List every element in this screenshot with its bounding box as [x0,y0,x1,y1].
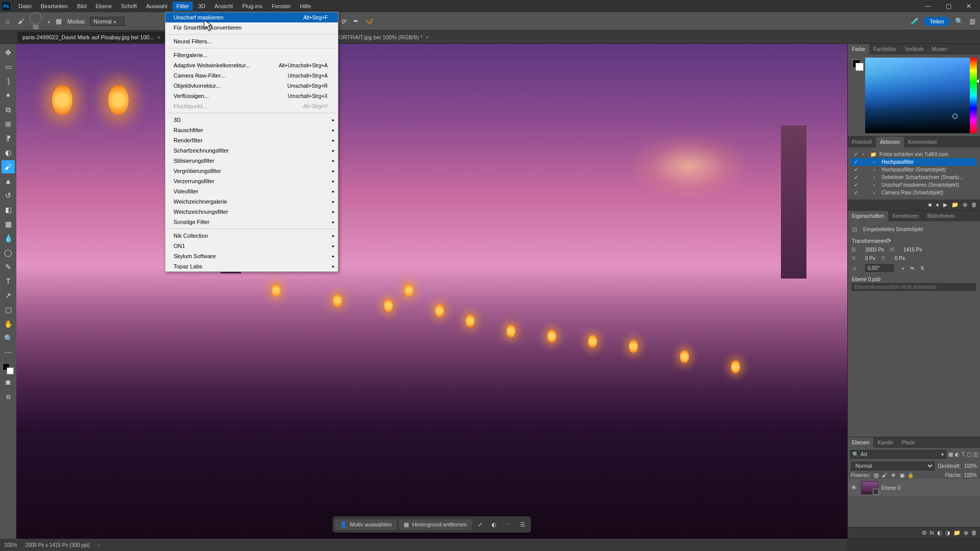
home-icon[interactable]: ⌂ [3,17,12,26]
panel-tab-verläufe[interactable]: Verläufe [901,44,928,55]
panel-tab-kanäle[interactable]: Kanäle [873,437,897,448]
action-item[interactable]: ✓▸Hochpassfilter (Smartobjekt) [851,166,977,173]
brush-tool[interactable]: 🖌 [2,160,15,173]
menu-item[interactable]: Scharfzeichnungsfilter [165,145,338,156]
maximize-button[interactable]: ▢ [939,1,958,12]
panel-tab-aktionen[interactable]: Aktionen [876,137,904,147]
filter-type-icon[interactable]: T [962,452,965,457]
visibility-icon[interactable]: 👁 [851,484,858,491]
panel-tab-muster[interactable]: Muster [927,44,951,55]
close-button[interactable]: ✕ [960,1,978,12]
menu-item[interactable]: Videofilter [165,186,338,196]
x-value[interactable]: 0 Px [865,256,875,261]
search-icon[interactable]: 🔍 [954,17,964,26]
brush-settings-icon[interactable]: ▦ [54,17,63,26]
panel-tab-kommentare[interactable]: Kommentare [904,137,941,147]
document-tab[interactable]: paris-2499022_David Mark auf Pixabay.jpg… [17,32,165,43]
new-set-icon[interactable]: 📁 [951,202,959,208]
menu-ansicht[interactable]: Ansicht [210,2,237,11]
group-icon[interactable]: 📁 [953,530,961,536]
menu-item[interactable]: Für Smartfilter konvertieren [165,22,338,33]
action-set[interactable]: ✓▾📁Fotos schärfen von TutKit.com [851,151,977,158]
record-icon[interactable]: ● [936,202,939,208]
quickmask-tool[interactable]: ◙ [2,375,15,389]
layer-comp-select[interactable] [852,283,976,291]
action-item[interactable]: ✓▸Unscharf maskieren (Smartobjekt) [851,181,977,189]
status-arrow-icon[interactable]: › [98,542,100,548]
screenmode-tool[interactable]: ⧈ [2,390,15,403]
lock-transparency-icon[interactable]: ▨ [872,472,879,478]
lasso-tool[interactable]: ⟆ [2,74,15,88]
opacity-value[interactable]: 100% [964,463,977,469]
menu-item[interactable]: Sonstige Filter [165,217,338,227]
menu-item[interactable]: Filtergalerie... [165,50,338,60]
menu-schrift[interactable]: Schrift [117,2,141,11]
share-button[interactable]: Teilen [923,17,950,26]
workspace-icon[interactable]: ▥ [968,17,977,26]
select-subject-button[interactable]: 👤Motiv auswählen [335,519,397,530]
eraser-tool[interactable]: ◧ [2,203,15,216]
menu-datei[interactable]: Datei [14,2,36,11]
menu-item[interactable]: Renderfilter [165,135,338,145]
close-tab-icon[interactable]: × [426,34,429,40]
menu-item[interactable]: Verzerrungsfilter [165,176,338,186]
menu-item[interactable]: Unscharf maskierenAlt+Strg+F [165,12,338,22]
brush-preview[interactable] [30,12,42,24]
crop-tool[interactable]: ⧉ [2,103,15,116]
edit-toolbar[interactable]: ⋯ [2,346,15,359]
menu-item[interactable]: 3D [165,115,338,125]
new-layer-icon[interactable]: ⊕ [964,530,968,536]
menu-item[interactable]: Objektivkorrektur...Umschalt+Strg+R [165,81,338,91]
lock-artboard-icon[interactable]: ▣ [898,472,905,478]
flip-h-icon[interactable]: ⇋ [910,265,914,271]
layer-thumbnail[interactable] [861,481,878,494]
menu-ebene[interactable]: Ebene [91,2,116,11]
menu-item[interactable]: Stilisierungsfilter [165,156,338,166]
blur-tool[interactable]: 💧 [2,232,15,245]
canvas[interactable]: 👤Motiv auswählen ▦Hintergrund entfernen … [16,44,847,539]
menu-item[interactable]: Verflüssigen...Umschalt+Strg+X [165,91,338,101]
blend-mode-select[interactable]: Normal [90,17,124,26]
panel-tab-bibliotheken[interactable]: Bibliotheken [923,211,959,221]
eyedropper-tool[interactable]: ⁋ [2,132,15,145]
frame-tool[interactable]: ⊞ [2,117,15,131]
healing-tool[interactable]: ◐ [2,146,15,159]
width-value[interactable]: 2000 Px [865,247,884,253]
menu-item[interactable]: Skylum Software [165,251,338,261]
new-action-icon[interactable]: ⊕ [963,202,967,208]
stop-icon[interactable]: ■ [928,202,932,208]
fill-value[interactable]: 100% [964,472,977,478]
panel-tab-farbe[interactable]: Farbe [848,44,869,55]
filter-image-icon[interactable]: ▦ [948,452,953,457]
remove-background-button[interactable]: ▦Hintergrund entfernen [399,519,472,530]
gradient-tool[interactable]: ▦ [2,217,15,231]
mask-icon[interactable]: ◐ [937,530,942,536]
filter-adjust-icon[interactable]: ◐ [955,452,960,457]
panel-tab-pfade[interactable]: Pfade [898,437,919,448]
adjustment-icon[interactable]: ◑ [945,530,950,536]
trash-icon[interactable]: 🗑 [971,202,977,208]
brush-dropdown-icon[interactable] [46,18,50,24]
menu-item[interactable]: Topaz Labs [165,261,338,271]
angle-input[interactable] [865,264,894,272]
color-marker[interactable] [952,114,958,119]
layer-filter[interactable]: 🔍Art▾ [850,450,946,459]
lock-position-icon[interactable]: ✥ [890,472,897,478]
menu-fenster[interactable]: Fenster [267,2,295,11]
brush-tool-icon[interactable]: 🖌 [16,17,26,26]
blend-mode[interactable]: Normal [851,462,935,470]
menu-filter[interactable]: Filter [173,2,193,11]
history-brush-tool[interactable]: ↺ [2,189,15,202]
action-item[interactable]: ✓▸Hochpassfilter [851,158,977,166]
menu-item[interactable]: Nik Collection [165,231,338,241]
menu-bearbeiten[interactable]: Bearbeiten [37,2,72,11]
menu-item[interactable]: Rauschfilter [165,125,338,135]
zoom-tool[interactable]: 🔍 [2,332,15,345]
action-item[interactable]: ✓▸Camera Raw (Smartobjekt) [851,189,977,196]
panel-tab-farbfelder[interactable]: Farbfelder [869,44,901,55]
marquee-tool[interactable]: ▭ [2,60,15,73]
panel-tab-korrekturen[interactable]: Korrekturen [888,211,923,221]
close-tab-icon[interactable]: × [157,34,160,40]
menu-plug-ins[interactable]: Plug-ins [238,2,266,11]
hue-slider[interactable] [970,58,977,133]
